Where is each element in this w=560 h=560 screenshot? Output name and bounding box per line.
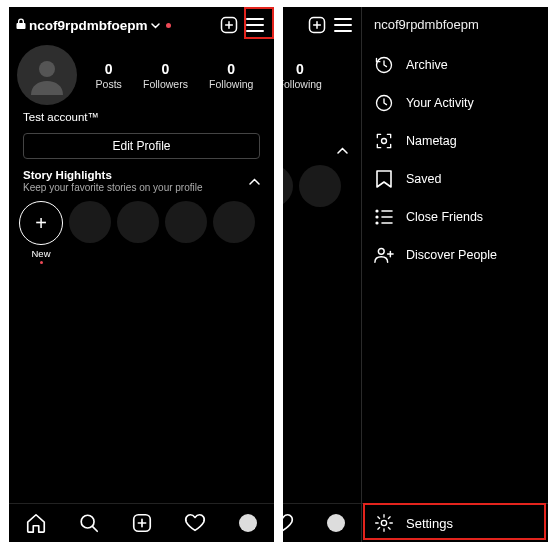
drawer-item-activity[interactable]: Your Activity [362, 84, 548, 122]
create-icon[interactable] [130, 511, 154, 535]
menu-button[interactable] [330, 12, 356, 38]
side-drawer: ncof9rpdmbfoepm Archive Your Activity Na… [361, 7, 548, 542]
stat-followers[interactable]: 0 Followers [143, 61, 188, 90]
saved-icon [374, 169, 394, 189]
profile-screen: ncof9rpdmbfoepm 0 Posts 0 Followers [9, 7, 274, 542]
heart-icon[interactable] [183, 511, 207, 535]
highlights-title: Story Highlights [23, 169, 249, 181]
heart-icon[interactable] [283, 511, 295, 535]
svg-point-10 [375, 221, 378, 224]
highlight-placeholder [165, 201, 207, 243]
create-post-button[interactable] [216, 12, 242, 38]
edit-profile-button[interactable]: Edit Profile [23, 133, 260, 159]
profile-tab-icon[interactable] [324, 511, 348, 535]
nametag-icon [374, 131, 394, 151]
bio-text: Test account™ [9, 109, 274, 129]
drawer-item-nametag[interactable]: Nametag [362, 122, 548, 160]
svg-point-11 [378, 248, 384, 254]
highlights-row: + New [9, 193, 274, 268]
highlight-placeholder [117, 201, 159, 243]
notification-dot-icon [166, 23, 171, 28]
stats-row: 0 Posts 0 Followers 0 Following [9, 43, 274, 109]
drawer-item-discover[interactable]: Discover People [362, 236, 548, 274]
profile-tab-icon[interactable] [236, 511, 260, 535]
notification-dot-icon [40, 261, 43, 264]
highlights-sub: Keep your favorite stories on your profi… [23, 182, 249, 193]
drawer-title: ncof9rpdmbfoepm [362, 7, 548, 46]
svg-point-7 [382, 139, 387, 144]
close-friends-icon [374, 207, 394, 227]
header: ncof9rpdmbfoepm [9, 7, 274, 43]
stat-following[interactable]: 0 Following [209, 61, 253, 90]
lock-icon [15, 16, 27, 34]
discover-people-icon [374, 245, 394, 265]
drawer-item-saved[interactable]: Saved [362, 160, 548, 198]
username[interactable]: ncof9rpdmbfoepm [29, 18, 148, 33]
svg-point-9 [375, 215, 378, 218]
activity-icon [374, 93, 394, 113]
drawer-item-close-friends[interactable]: Close Friends [362, 198, 548, 236]
highlight-placeholder [69, 201, 111, 243]
chevron-down-icon[interactable] [151, 20, 160, 31]
highlight-placeholder [213, 201, 255, 243]
gear-icon [374, 513, 394, 533]
chevron-up-icon[interactable] [249, 174, 260, 188]
highlights-header[interactable]: Story Highlights Keep your favorite stor… [9, 167, 274, 193]
svg-point-1 [39, 61, 55, 77]
home-icon[interactable] [24, 511, 48, 535]
svg-point-8 [375, 209, 378, 212]
stat-posts[interactable]: 0 Posts [96, 61, 122, 90]
archive-icon [374, 55, 394, 75]
bottom-nav [9, 503, 274, 542]
profile-screen-menu-open: 0ers 0Following ncof9rpdmbfoepm Archive … [283, 7, 548, 542]
stat-following[interactable]: 0Following [283, 61, 322, 90]
create-post-button[interactable] [304, 12, 330, 38]
drawer-item-settings[interactable]: Settings [362, 503, 548, 542]
highlight-new-button[interactable]: + New [19, 201, 63, 264]
menu-button[interactable] [242, 12, 268, 38]
search-icon[interactable] [77, 511, 101, 535]
avatar[interactable] [17, 45, 77, 105]
svg-point-12 [381, 520, 386, 525]
drawer-item-archive[interactable]: Archive [362, 46, 548, 84]
